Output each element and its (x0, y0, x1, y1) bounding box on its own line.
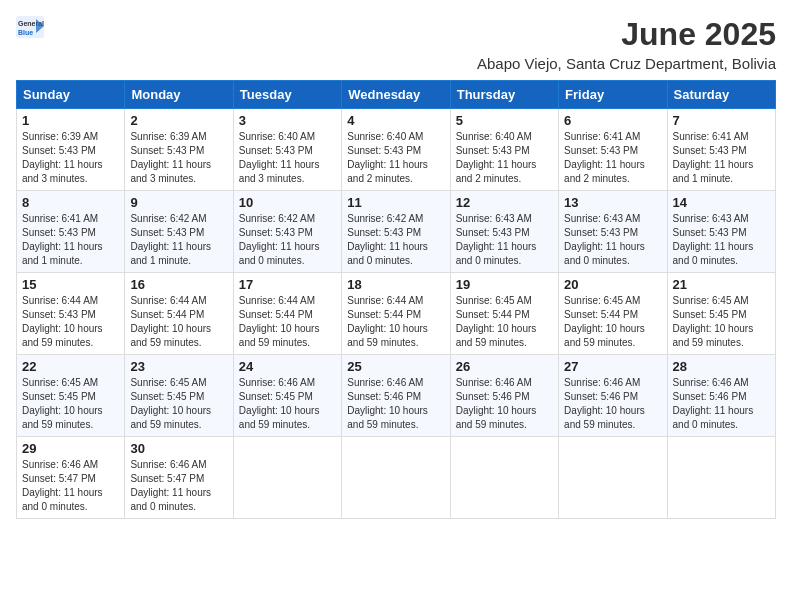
cell-info: Sunrise: 6:45 AMSunset: 5:44 PMDaylight:… (456, 294, 553, 350)
calendar-cell: 16Sunrise: 6:44 AMSunset: 5:44 PMDayligh… (125, 273, 233, 355)
day-number: 2 (130, 113, 227, 128)
day-number: 6 (564, 113, 661, 128)
day-number: 13 (564, 195, 661, 210)
cell-info: Sunrise: 6:41 AMSunset: 5:43 PMDaylight:… (673, 130, 770, 186)
cell-info: Sunrise: 6:46 AMSunset: 5:46 PMDaylight:… (347, 376, 444, 432)
title-area: June 2025 Abapo Viejo, Santa Cruz Depart… (477, 16, 776, 72)
calendar-cell (559, 437, 667, 519)
calendar-cell: 19Sunrise: 6:45 AMSunset: 5:44 PMDayligh… (450, 273, 558, 355)
calendar-cell: 1Sunrise: 6:39 AMSunset: 5:43 PMDaylight… (17, 109, 125, 191)
cell-info: Sunrise: 6:43 AMSunset: 5:43 PMDaylight:… (564, 212, 661, 268)
cell-info: Sunrise: 6:46 AMSunset: 5:46 PMDaylight:… (456, 376, 553, 432)
day-number: 16 (130, 277, 227, 292)
cell-info: Sunrise: 6:42 AMSunset: 5:43 PMDaylight:… (239, 212, 336, 268)
day-number: 11 (347, 195, 444, 210)
day-number: 4 (347, 113, 444, 128)
day-of-week-header: Saturday (667, 81, 775, 109)
cell-info: Sunrise: 6:40 AMSunset: 5:43 PMDaylight:… (239, 130, 336, 186)
day-number: 21 (673, 277, 770, 292)
cell-info: Sunrise: 6:46 AMSunset: 5:45 PMDaylight:… (239, 376, 336, 432)
calendar-cell: 6Sunrise: 6:41 AMSunset: 5:43 PMDaylight… (559, 109, 667, 191)
calendar-cell (233, 437, 341, 519)
cell-info: Sunrise: 6:44 AMSunset: 5:44 PMDaylight:… (239, 294, 336, 350)
calendar-cell: 26Sunrise: 6:46 AMSunset: 5:46 PMDayligh… (450, 355, 558, 437)
cell-info: Sunrise: 6:46 AMSunset: 5:47 PMDaylight:… (22, 458, 119, 514)
calendar-cell: 14Sunrise: 6:43 AMSunset: 5:43 PMDayligh… (667, 191, 775, 273)
calendar-cell: 4Sunrise: 6:40 AMSunset: 5:43 PMDaylight… (342, 109, 450, 191)
cell-info: Sunrise: 6:45 AMSunset: 5:45 PMDaylight:… (22, 376, 119, 432)
calendar-cell: 28Sunrise: 6:46 AMSunset: 5:46 PMDayligh… (667, 355, 775, 437)
logo: General Blue (16, 16, 44, 38)
month-year-title: June 2025 (477, 16, 776, 53)
calendar-week-row: 22Sunrise: 6:45 AMSunset: 5:45 PMDayligh… (17, 355, 776, 437)
day-number: 12 (456, 195, 553, 210)
cell-info: Sunrise: 6:44 AMSunset: 5:43 PMDaylight:… (22, 294, 119, 350)
calendar-cell: 12Sunrise: 6:43 AMSunset: 5:43 PMDayligh… (450, 191, 558, 273)
calendar-cell: 24Sunrise: 6:46 AMSunset: 5:45 PMDayligh… (233, 355, 341, 437)
location-subtitle: Abapo Viejo, Santa Cruz Department, Boli… (477, 55, 776, 72)
calendar-cell: 8Sunrise: 6:41 AMSunset: 5:43 PMDaylight… (17, 191, 125, 273)
cell-info: Sunrise: 6:42 AMSunset: 5:43 PMDaylight:… (347, 212, 444, 268)
cell-info: Sunrise: 6:41 AMSunset: 5:43 PMDaylight:… (22, 212, 119, 268)
calendar-week-row: 15Sunrise: 6:44 AMSunset: 5:43 PMDayligh… (17, 273, 776, 355)
calendar-table: SundayMondayTuesdayWednesdayThursdayFrid… (16, 80, 776, 519)
cell-info: Sunrise: 6:43 AMSunset: 5:43 PMDaylight:… (456, 212, 553, 268)
calendar-cell: 10Sunrise: 6:42 AMSunset: 5:43 PMDayligh… (233, 191, 341, 273)
day-number: 1 (22, 113, 119, 128)
calendar-cell: 22Sunrise: 6:45 AMSunset: 5:45 PMDayligh… (17, 355, 125, 437)
calendar-cell: 13Sunrise: 6:43 AMSunset: 5:43 PMDayligh… (559, 191, 667, 273)
day-of-week-header: Friday (559, 81, 667, 109)
day-number: 27 (564, 359, 661, 374)
calendar-cell: 5Sunrise: 6:40 AMSunset: 5:43 PMDaylight… (450, 109, 558, 191)
calendar-cell: 23Sunrise: 6:45 AMSunset: 5:45 PMDayligh… (125, 355, 233, 437)
day-number: 15 (22, 277, 119, 292)
day-number: 10 (239, 195, 336, 210)
day-number: 28 (673, 359, 770, 374)
day-number: 3 (239, 113, 336, 128)
day-number: 30 (130, 441, 227, 456)
cell-info: Sunrise: 6:46 AMSunset: 5:47 PMDaylight:… (130, 458, 227, 514)
logo-icon: General Blue (16, 16, 44, 38)
calendar-cell: 30Sunrise: 6:46 AMSunset: 5:47 PMDayligh… (125, 437, 233, 519)
calendar-cell: 21Sunrise: 6:45 AMSunset: 5:45 PMDayligh… (667, 273, 775, 355)
calendar-cell: 20Sunrise: 6:45 AMSunset: 5:44 PMDayligh… (559, 273, 667, 355)
day-number: 23 (130, 359, 227, 374)
day-of-week-header: Tuesday (233, 81, 341, 109)
day-number: 8 (22, 195, 119, 210)
day-of-week-header: Wednesday (342, 81, 450, 109)
calendar-week-row: 29Sunrise: 6:46 AMSunset: 5:47 PMDayligh… (17, 437, 776, 519)
day-number: 29 (22, 441, 119, 456)
day-number: 5 (456, 113, 553, 128)
cell-info: Sunrise: 6:43 AMSunset: 5:43 PMDaylight:… (673, 212, 770, 268)
cell-info: Sunrise: 6:44 AMSunset: 5:44 PMDaylight:… (347, 294, 444, 350)
calendar-cell: 27Sunrise: 6:46 AMSunset: 5:46 PMDayligh… (559, 355, 667, 437)
calendar-cell: 3Sunrise: 6:40 AMSunset: 5:43 PMDaylight… (233, 109, 341, 191)
day-number: 7 (673, 113, 770, 128)
cell-info: Sunrise: 6:39 AMSunset: 5:43 PMDaylight:… (130, 130, 227, 186)
calendar-header-row: SundayMondayTuesdayWednesdayThursdayFrid… (17, 81, 776, 109)
calendar-cell (667, 437, 775, 519)
cell-info: Sunrise: 6:46 AMSunset: 5:46 PMDaylight:… (673, 376, 770, 432)
day-of-week-header: Sunday (17, 81, 125, 109)
calendar-cell: 9Sunrise: 6:42 AMSunset: 5:43 PMDaylight… (125, 191, 233, 273)
calendar-week-row: 1Sunrise: 6:39 AMSunset: 5:43 PMDaylight… (17, 109, 776, 191)
calendar-cell: 11Sunrise: 6:42 AMSunset: 5:43 PMDayligh… (342, 191, 450, 273)
calendar-week-row: 8Sunrise: 6:41 AMSunset: 5:43 PMDaylight… (17, 191, 776, 273)
cell-info: Sunrise: 6:45 AMSunset: 5:45 PMDaylight:… (130, 376, 227, 432)
svg-text:Blue: Blue (18, 29, 33, 36)
cell-info: Sunrise: 6:45 AMSunset: 5:45 PMDaylight:… (673, 294, 770, 350)
day-number: 22 (22, 359, 119, 374)
day-number: 9 (130, 195, 227, 210)
day-number: 24 (239, 359, 336, 374)
calendar-cell: 29Sunrise: 6:46 AMSunset: 5:47 PMDayligh… (17, 437, 125, 519)
calendar-cell (342, 437, 450, 519)
day-number: 18 (347, 277, 444, 292)
day-number: 19 (456, 277, 553, 292)
calendar-cell: 15Sunrise: 6:44 AMSunset: 5:43 PMDayligh… (17, 273, 125, 355)
day-of-week-header: Monday (125, 81, 233, 109)
header: General Blue June 2025 Abapo Viejo, Sant… (16, 16, 776, 72)
calendar-cell: 25Sunrise: 6:46 AMSunset: 5:46 PMDayligh… (342, 355, 450, 437)
calendar-cell: 18Sunrise: 6:44 AMSunset: 5:44 PMDayligh… (342, 273, 450, 355)
cell-info: Sunrise: 6:42 AMSunset: 5:43 PMDaylight:… (130, 212, 227, 268)
cell-info: Sunrise: 6:41 AMSunset: 5:43 PMDaylight:… (564, 130, 661, 186)
